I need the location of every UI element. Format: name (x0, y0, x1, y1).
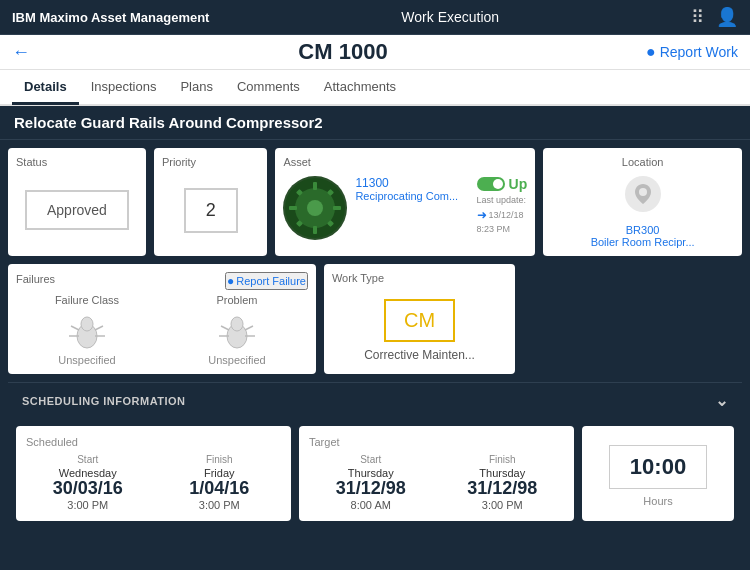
svg-line-22 (245, 326, 253, 330)
problem-col: Problem Unspecified (166, 294, 308, 366)
worktype-code: CM (384, 299, 455, 342)
row2-spacer (523, 264, 742, 374)
tab-plans[interactable]: Plans (168, 71, 225, 105)
status-value: Approved (25, 190, 129, 230)
asset-info: 11300 Reciprocating Com... (355, 176, 464, 202)
svg-rect-5 (289, 206, 297, 210)
asset-inner: 11300 Reciprocating Com... Up Last updat… (283, 176, 527, 240)
failure-class-value: Unspecified (58, 354, 115, 366)
target-start-date: 31/12/98 (309, 479, 433, 497)
asset-up-status: Up (477, 176, 528, 192)
asset-card[interactable]: Asset (275, 148, 535, 256)
location-id: BR300 (626, 224, 660, 236)
report-work-button[interactable]: ● Report Work (646, 43, 738, 61)
location-pin-icon (625, 176, 661, 220)
failures-header-row: Failures ● Report Failure (16, 272, 308, 290)
failures-inner: Failure Class Unspecified Problem (16, 294, 308, 366)
sched-finish-time: 3:00 PM (158, 499, 282, 511)
svg-rect-3 (313, 182, 317, 190)
module-title: Work Execution (401, 9, 499, 25)
failures-label: Failures (16, 273, 55, 285)
target-card: Target Start Thursday 31/12/98 8:00 AM F… (299, 426, 574, 521)
target-label: Target (309, 436, 564, 448)
failure-class-bee-icon (67, 314, 107, 354)
asset-image (283, 176, 347, 240)
priority-label: Priority (162, 156, 196, 168)
scheduling-header[interactable]: SCHEDULING INFORMATION ⌄ (8, 382, 742, 418)
asset-image-svg (285, 178, 345, 238)
priority-card: Priority 2 (154, 148, 268, 256)
sched-start-label: Start (26, 454, 150, 465)
cards-row-2: Failures ● Report Failure Failure Class (8, 264, 742, 374)
target-finish-date: 31/12/98 (441, 479, 565, 497)
tab-inspections[interactable]: Inspections (79, 71, 169, 105)
target-start-label: Start (309, 454, 433, 465)
tab-attachments[interactable]: Attachments (312, 71, 408, 105)
svg-rect-4 (313, 226, 317, 234)
worktype-label: Work Type (332, 272, 384, 284)
priority-value: 2 (184, 188, 238, 233)
target-start-time: 8:00 AM (309, 499, 433, 511)
scheduled-label: Scheduled (26, 436, 281, 448)
location-name: Boiler Room Recipr... (591, 236, 695, 248)
location-label: Location (622, 156, 664, 168)
duration-value: 10:00 (630, 454, 686, 480)
sched-start-time: 3:00 PM (26, 499, 150, 511)
tab-bar: Details Inspections Plans Comments Attac… (0, 70, 750, 106)
user-icon[interactable]: 👤 (716, 6, 738, 28)
duration-box: 10:00 (609, 445, 707, 489)
asset-id: 11300 (355, 176, 464, 190)
svg-point-20 (231, 317, 243, 331)
report-work-icon: ● (646, 43, 656, 61)
failure-class-col: Failure Class Unspecified (16, 294, 158, 366)
top-bar: IBM Maximo Asset Management Work Executi… (0, 0, 750, 35)
svg-point-2 (307, 200, 323, 216)
asset-status-col: Up Last update: ➜ 13/12/18 8:23 PM (473, 176, 528, 236)
chevron-down-icon: ⌄ (715, 391, 729, 410)
last-update-label: Last update: (477, 194, 527, 207)
duration-unit: Hours (643, 495, 672, 507)
arrow-circle-icon: ➜ (477, 207, 487, 224)
report-failure-button[interactable]: ● Report Failure (225, 272, 308, 290)
duration-card: 10:00 Hours (582, 426, 734, 521)
back-button[interactable]: ← (12, 42, 30, 63)
report-failure-icon: ● (227, 274, 234, 288)
cards-row-1: Status Approved Priority 2 Asset (8, 148, 742, 256)
last-update-date: 13/12/18 (489, 209, 524, 222)
target-finish-label: Finish (441, 454, 565, 465)
toggle-on-icon[interactable] (477, 177, 505, 191)
status-card: Status Approved (8, 148, 146, 256)
svg-line-16 (95, 326, 103, 330)
svg-point-14 (81, 317, 93, 331)
sched-start-col: Start Wednesday 30/03/16 3:00 PM (26, 454, 150, 511)
report-failure-label: Report Failure (236, 275, 306, 287)
asset-name: Reciprocating Com... (355, 190, 464, 202)
scheduling-title: SCHEDULING INFORMATION (22, 395, 186, 407)
sched-finish-col: Finish Friday 1/04/16 3:00 PM (158, 454, 282, 511)
page-title: Relocate Guard Rails Around Compressor2 (0, 106, 750, 140)
sched-finish-label: Finish (158, 454, 282, 465)
sched-finish-date: 1/04/16 (158, 479, 282, 497)
last-update-time: 8:23 PM (477, 223, 527, 236)
scheduled-card: Scheduled Start Wednesday 30/03/16 3:00 … (16, 426, 291, 521)
problem-bee-icon (217, 314, 257, 354)
header-combined: ← CM 1000 ● Report Work Details Inspecti… (0, 35, 750, 106)
grid-icon[interactable]: ⠿ (691, 6, 704, 28)
sched-start-date: 30/03/16 (26, 479, 150, 497)
scheduling-section: SCHEDULING INFORMATION ⌄ Scheduled Start… (8, 382, 742, 529)
svg-line-15 (71, 326, 79, 330)
target-start-col: Start Thursday 31/12/98 8:00 AM (309, 454, 433, 511)
sched-inner-scheduled: Start Wednesday 30/03/16 3:00 PM Finish … (26, 454, 281, 511)
page-id: CM 1000 (40, 39, 646, 65)
tab-comments[interactable]: Comments (225, 71, 312, 105)
scheduling-content: Scheduled Start Wednesday 30/03/16 3:00 … (8, 418, 742, 529)
main-content: Status Approved Priority 2 Asset (0, 140, 750, 570)
svg-line-21 (221, 326, 229, 330)
report-work-label: Report Work (660, 44, 738, 60)
sched-inner-target: Start Thursday 31/12/98 8:00 AM Finish T… (309, 454, 564, 511)
tab-details[interactable]: Details (12, 71, 79, 105)
failures-card: Failures ● Report Failure Failure Class (8, 264, 316, 374)
last-update: Last update: ➜ 13/12/18 8:23 PM (477, 194, 527, 236)
target-finish-col: Finish Thursday 31/12/98 3:00 PM (441, 454, 565, 511)
location-card[interactable]: Location BR300 Boiler Room Recipr... (543, 148, 742, 256)
